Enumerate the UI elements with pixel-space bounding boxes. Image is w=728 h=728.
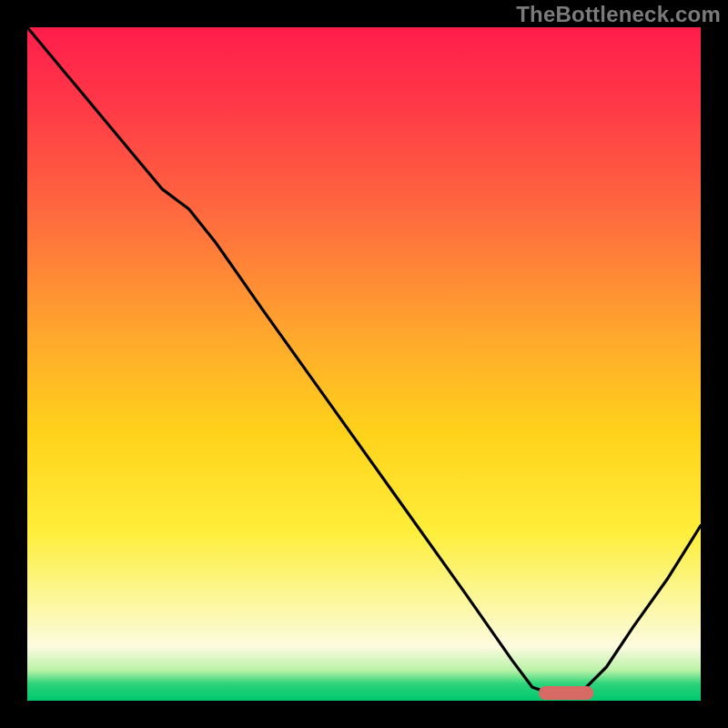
optimum-marker bbox=[539, 686, 592, 700]
curve-path bbox=[27, 27, 701, 694]
bottleneck-curve bbox=[27, 27, 701, 701]
chart-frame: TheBottleneck.com bbox=[0, 0, 728, 728]
watermark-text: TheBottleneck.com bbox=[516, 2, 721, 27]
plot-area bbox=[27, 27, 701, 701]
